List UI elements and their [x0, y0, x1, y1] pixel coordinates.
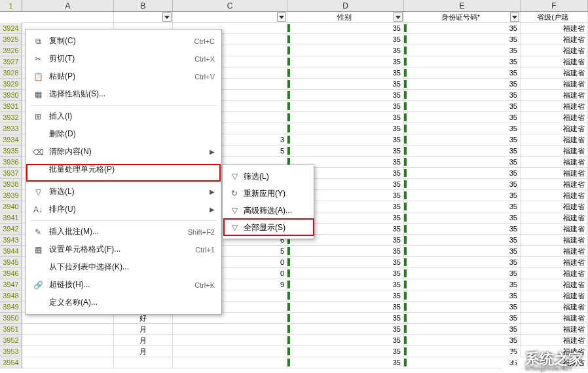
- row-header[interactable]: 3953: [0, 346, 22, 357]
- cell[interactable]: 35: [404, 235, 521, 246]
- menu-item[interactable]: ⌫清除内容(N)▶: [26, 143, 221, 161]
- cell[interactable]: 35: [404, 201, 521, 212]
- cell[interactable]: 35: [404, 212, 521, 224]
- row-header[interactable]: 3933: [0, 123, 22, 134]
- cell[interactable]: 35: [404, 157, 521, 168]
- cell[interactable]: 35: [287, 23, 404, 34]
- row-header[interactable]: 3928: [0, 68, 22, 79]
- cell[interactable]: 福建省: [521, 112, 588, 123]
- cell[interactable]: 35: [404, 134, 521, 146]
- cell[interactable]: 35: [404, 56, 521, 68]
- row-header[interactable]: 3937: [0, 168, 22, 179]
- row-header[interactable]: 3949: [0, 302, 22, 313]
- cell[interactable]: 福建省: [521, 134, 588, 146]
- cell[interactable]: 35: [287, 302, 404, 313]
- cell[interactable]: 35: [287, 45, 404, 56]
- row-header[interactable]: 3948: [0, 290, 22, 302]
- cell[interactable]: 35: [287, 346, 404, 357]
- cell[interactable]: 35: [404, 335, 521, 346]
- row-header[interactable]: 3946: [0, 268, 22, 279]
- cell[interactable]: 35: [404, 179, 521, 190]
- cell[interactable]: 35: [287, 290, 404, 302]
- cell[interactable]: 35: [287, 146, 404, 157]
- cell[interactable]: 35: [287, 279, 404, 290]
- cell[interactable]: [22, 324, 114, 335]
- cell[interactable]: 福建省: [521, 290, 588, 302]
- cell[interactable]: 35: [287, 246, 404, 257]
- cell[interactable]: 35: [404, 224, 521, 235]
- cell[interactable]: 35: [287, 335, 404, 346]
- cell[interactable]: 35: [287, 112, 404, 123]
- menu-item[interactable]: ▽筛选(L)▶: [26, 183, 221, 201]
- cell[interactable]: 35: [404, 302, 521, 313]
- cell[interactable]: 福建省: [521, 302, 588, 313]
- cell[interactable]: 福建省: [521, 123, 588, 134]
- header-cell[interactable]: 性别: [287, 12, 404, 23]
- cell[interactable]: 福建省: [521, 324, 588, 335]
- cell[interactable]: 35: [287, 101, 404, 112]
- header-cell[interactable]: [114, 12, 173, 23]
- header-cell[interactable]: [173, 12, 287, 23]
- row-header[interactable]: 3940: [0, 201, 22, 212]
- corner-cell[interactable]: 1: [0, 0, 22, 12]
- submenu-item[interactable]: ▽筛选(L): [223, 168, 314, 185]
- cell[interactable]: 35: [404, 190, 521, 201]
- cell[interactable]: 35: [287, 268, 404, 279]
- menu-item[interactable]: 📋粘贴(P)Ctrl+V: [26, 68, 221, 85]
- filter-button[interactable]: [277, 12, 286, 22]
- submenu-item[interactable]: ↻重新应用(Y): [223, 185, 314, 202]
- row-header[interactable]: 3931: [0, 101, 22, 112]
- row-header[interactable]: 3943: [0, 235, 22, 246]
- row-header[interactable]: 3942: [0, 224, 22, 235]
- menu-item[interactable]: ✂剪切(T)Ctrl+X: [26, 50, 221, 68]
- header-cell[interactable]: [22, 12, 114, 23]
- cell[interactable]: [114, 357, 173, 368]
- filter-button[interactable]: [394, 12, 403, 22]
- menu-item[interactable]: 🔗超链接(H)...Ctrl+K: [26, 276, 221, 294]
- cell[interactable]: 35: [404, 68, 521, 79]
- cell[interactable]: 福建省: [521, 235, 588, 246]
- cell[interactable]: 福建省: [521, 90, 588, 101]
- cell[interactable]: 福建省: [521, 34, 588, 45]
- row-header[interactable]: 3934: [0, 134, 22, 146]
- cell[interactable]: 福建省: [521, 279, 588, 290]
- row-header[interactable]: 3954: [0, 357, 22, 368]
- cell[interactable]: 35: [287, 134, 404, 146]
- cell[interactable]: 35: [287, 68, 404, 79]
- row-header[interactable]: 3952: [0, 335, 22, 346]
- cell[interactable]: 福建省: [521, 313, 588, 324]
- cell[interactable]: 福建省: [521, 45, 588, 56]
- cell[interactable]: 福建省: [521, 68, 588, 79]
- cell[interactable]: 35: [404, 90, 521, 101]
- cell[interactable]: 福建省: [521, 157, 588, 168]
- row-header[interactable]: 3945: [0, 257, 22, 268]
- menu-item[interactable]: ▦设置单元格格式(F)...Ctrl+1: [26, 241, 221, 258]
- menu-item[interactable]: ▦选择性粘贴(S)...: [26, 85, 221, 103]
- cell[interactable]: 35: [287, 313, 404, 324]
- cell[interactable]: 月: [114, 335, 173, 346]
- cell[interactable]: 35: [287, 90, 404, 101]
- cell[interactable]: 35: [404, 279, 521, 290]
- menu-item[interactable]: 批量处理单元格(P): [26, 161, 221, 178]
- cell[interactable]: 35: [287, 79, 404, 90]
- cell[interactable]: 35: [404, 23, 521, 34]
- row-header[interactable]: 3924: [0, 23, 22, 34]
- cell[interactable]: 福建省: [521, 179, 588, 190]
- cell[interactable]: 福建省: [521, 79, 588, 90]
- submenu-item[interactable]: ▽高级筛选(A)...: [223, 202, 314, 219]
- row-header[interactable]: 3951: [0, 324, 22, 335]
- cell[interactable]: 福建省: [521, 201, 588, 212]
- cell[interactable]: 月: [114, 346, 173, 357]
- row-header[interactable]: 3938: [0, 179, 22, 190]
- cell[interactable]: 35: [404, 34, 521, 45]
- header-cell[interactable]: 身份证号码*: [404, 12, 521, 23]
- cell[interactable]: 福建省: [521, 101, 588, 112]
- cell[interactable]: 35: [404, 246, 521, 257]
- cell[interactable]: [22, 357, 114, 368]
- row-header[interactable]: 3950: [0, 313, 22, 324]
- row-header[interactable]: 3932: [0, 112, 22, 123]
- cell[interactable]: 35: [287, 123, 404, 134]
- cell[interactable]: 35: [287, 56, 404, 68]
- cell[interactable]: 35: [404, 290, 521, 302]
- cell[interactable]: 福建省: [521, 257, 588, 268]
